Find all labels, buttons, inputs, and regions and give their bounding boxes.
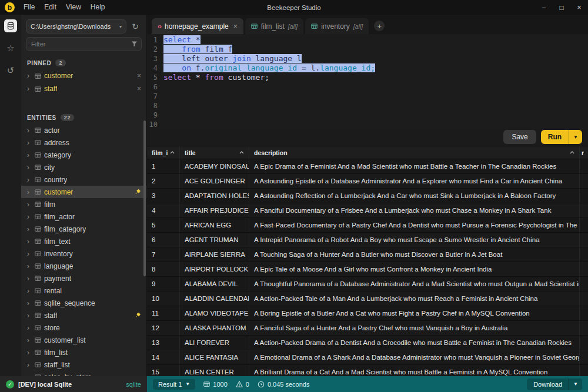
filter-input[interactable] [26,37,142,51]
entity-item-film_text[interactable]: ›film_text [21,235,146,247]
chevron-right-icon[interactable]: › [27,336,32,344]
chevron-right-icon[interactable]: › [27,299,32,307]
table-row[interactable]: 8AIRPORT POLLOCKA Epic Tale of a Moose A… [147,262,588,277]
chevron-right-icon[interactable]: › [27,237,32,246]
chevron-right-icon[interactable]: › [27,324,32,332]
table-row[interactable]: 13ALI FOREVERA Action-Packed Drama of a … [147,336,588,350]
code-line[interactable]: on f.original_language_id = l.language_i… [163,63,375,73]
table-row[interactable]: 12ALASKA PHANTOMA Fanciful Saga of a Hun… [147,321,588,336]
tab-homepage_example[interactable]: ‹›homepage_example× [152,18,243,34]
sql-editor[interactable]: 1select *2 from film f3 left outer join … [147,34,588,128]
entity-item-actor[interactable]: ›actor [21,124,146,136]
tab-inventory[interactable]: inventory[all] [305,18,369,34]
column-header-title[interactable]: title [180,146,249,159]
entity-item-film_category[interactable]: ›film_category [21,223,146,235]
chevron-right-icon[interactable]: › [27,126,32,135]
table-row[interactable]: 9ALABAMA DEVILA Thoughtful Panorama of a… [147,277,588,292]
entity-item-film_actor[interactable]: ›film_actor [21,210,146,223]
entity-item-staff_list[interactable]: ›staff_list [21,359,146,371]
table-row[interactable]: 14ALICE FANTASIAA Emotional Drama of a A… [147,350,588,365]
connection-select[interactable]: C:\Users\ghstng\Downloads ▾ [26,19,126,33]
maximize-icon[interactable]: □ [553,0,570,15]
close-icon[interactable]: × [570,0,588,15]
sort-caret-icon[interactable] [237,151,244,154]
entity-item-store[interactable]: ›store [21,321,146,334]
table-row[interactable]: 3ADAPTATION HOLESA Astounding Reflection… [147,189,588,203]
entity-item-city[interactable]: ›city [21,161,146,173]
entity-item-category[interactable]: ›category [21,149,146,161]
sort-caret-icon[interactable] [567,151,574,154]
new-tab-icon[interactable]: + [374,21,385,31]
menu-help[interactable]: Help [86,0,110,15]
result-selector[interactable]: Result 1 ▼ [153,379,195,390]
chevron-right-icon[interactable]: › [27,311,32,320]
chevron-right-icon[interactable]: › [27,200,32,209]
chevron-right-icon[interactable]: › [27,72,32,80]
entity-item-film_list[interactable]: ›film_list [21,346,146,359]
entity-item-rental[interactable]: ›rental [21,284,146,297]
chevron-right-icon[interactable]: › [27,225,32,233]
table-row[interactable]: 2ACE GOLDFINGERA Astounding Epistle of a… [147,174,588,189]
entity-item-language[interactable]: ›language [21,260,146,272]
column-header-clipped[interactable]: r [580,146,588,159]
history-icon[interactable]: ↺ [4,64,17,77]
chevron-right-icon[interactable]: › [27,262,32,270]
favorites-star-icon[interactable]: ☆ [4,42,17,55]
code-line[interactable]: left outer join language l [163,54,302,63]
chevron-right-icon[interactable]: › [27,176,32,184]
menu-file[interactable]: File [19,0,39,15]
unpin-close-icon[interactable]: × [137,85,141,93]
entity-item-staff[interactable]: ›staff [21,309,146,321]
chevron-right-icon[interactable]: › [27,250,32,258]
entity-item-film[interactable]: ›film [21,198,146,210]
refresh-icon[interactable]: ↻ [129,19,142,33]
chevron-right-icon[interactable]: › [27,213,32,221]
unpin-close-icon[interactable]: × [137,72,141,80]
tab-film_list[interactable]: film_list[all] [245,18,303,34]
chevron-right-icon[interactable]: › [27,361,32,369]
pin-icon[interactable] [135,312,141,319]
entity-item-customer_list[interactable]: ›customer_list [21,334,146,346]
chevron-right-icon[interactable]: › [27,85,32,93]
chevron-right-icon[interactable]: › [27,163,32,172]
code-line[interactable]: select * from customer; [163,73,269,82]
download-button[interactable]: Download [527,378,569,390]
table-row[interactable]: 15ALIEN CENTERA Brilliant Drama of a Cat… [147,365,588,376]
sort-caret-icon[interactable] [168,151,175,154]
pin-icon[interactable] [135,189,141,195]
column-header-description[interactable]: description [249,146,580,159]
chevron-right-icon[interactable]: › [27,349,32,357]
chevron-right-icon[interactable]: › [27,274,32,283]
table-row[interactable]: 6AGENT TRUMANA Intrepid Panorama of a Ro… [147,233,588,247]
menu-view[interactable]: View [61,0,86,15]
database-panel-icon[interactable] [4,19,17,32]
entity-item-payment[interactable]: ›payment [21,272,146,284]
save-button[interactable]: Save [503,130,536,144]
table-row[interactable]: 4AFFAIR PREJUDICEA Fanciful Documentary … [147,203,588,218]
entity-item-customer[interactable]: ›customer [21,186,146,198]
chevron-right-icon[interactable]: › [27,188,32,196]
column-header-film_id[interactable]: film_id [147,146,180,159]
pinned-item-customer[interactable]: ›customer× [21,69,146,82]
entity-item-address[interactable]: ›address [21,136,146,149]
sidebar-scrollbar[interactable] [143,120,146,276]
run-button[interactable]: Run [541,130,569,144]
table-row[interactable]: 10ALADDIN CALENDARA Action-Packed Tale o… [147,292,588,306]
entity-item-sales_by_store[interactable]: ›sales_by_store [21,371,146,376]
code-line[interactable]: select * [163,35,201,45]
table-row[interactable]: 7AIRPLANE SIERRAA Touching Saga of a Hun… [147,247,588,262]
run-options-caret-icon[interactable]: ▼ [569,130,582,144]
entity-item-country[interactable]: ›country [21,173,146,186]
table-row[interactable]: 11ALAMO VIDEOTAPEA Boring Epistle of a B… [147,306,588,321]
table-row[interactable]: 5AFRICAN EGGA Fast-Paced Documentary of … [147,218,588,233]
entity-item-inventory[interactable]: ›inventory [21,247,146,260]
chevron-right-icon[interactable]: › [27,287,32,295]
chevron-right-icon[interactable]: › [27,139,32,147]
minimize-icon[interactable]: – [535,0,553,15]
code-line[interactable]: from film f [163,45,232,54]
close-tab-icon[interactable]: × [233,22,238,31]
pinned-item-staff[interactable]: ›staff× [21,82,146,95]
chevron-right-icon[interactable]: › [27,151,32,159]
table-row[interactable]: 1ACADEMY DINOSAURA Epic Drama of a Femin… [147,159,588,174]
download-options-caret-icon[interactable]: ▼ [569,378,582,390]
